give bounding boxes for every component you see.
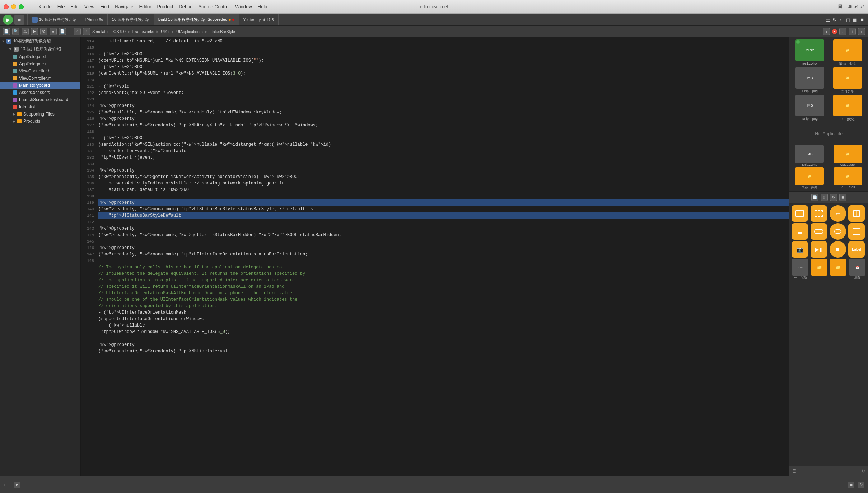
tab-app-icon[interactable]: 10-应用程序对象介绍 [28, 14, 81, 25]
ui-btn-rect[interactable] [792, 205, 808, 222]
ui-brace-icon[interactable]: {} [821, 194, 828, 201]
sidebar-item-assets[interactable]: Assets.xcassets [0, 89, 80, 96]
ui-btn-grid[interactable]: ≣ [792, 223, 808, 240]
menu-find[interactable]: Find [100, 4, 109, 9]
ui-file-ios1[interactable]: iOS ios1...试题 [792, 259, 809, 280]
sidebar-item-main-storyboard[interactable]: Main.storyboard [0, 82, 80, 89]
right-file-item-folder1[interactable]: 📁 第13-...业准 [829, 39, 866, 66]
status-right-icon[interactable]: ◼ [848, 482, 854, 488]
right-panel-grid-view[interactable]: ☰ [792, 469, 796, 474]
split-view-icon[interactable]: ◼ [853, 17, 857, 23]
menu-navigate[interactable]: Navigate [115, 4, 133, 9]
breadcrumb: Simulator - iOS 9.0 ► Frameworks ► UIKit… [92, 29, 821, 34]
tab-build[interactable]: Build 10-应用程序对象介绍: Succeeded ● ● [154, 14, 239, 25]
breadcrumb-part-1[interactable]: Frameworks [132, 29, 154, 34]
code-content[interactable]: idleTimerDisabled; // default is "kw2">N… [97, 37, 789, 476]
menu-xcode[interactable]: Xcode [38, 4, 52, 9]
right-panel-list-view[interactable]: ↻ [862, 469, 865, 474]
right-file-item-folder4[interactable]: 📁 KSI....aster [829, 145, 867, 166]
sidebar-item-appdelegate-h[interactable]: AppDelegate.h [0, 53, 80, 60]
menu-file[interactable]: File [57, 4, 65, 9]
status-add-button[interactable]: + [4, 483, 6, 487]
menu-window[interactable]: Window [235, 4, 252, 9]
ui-btn-camera[interactable]: 📷 [792, 241, 808, 258]
list-view-icon[interactable]: ☰ [826, 17, 830, 23]
ui-btn-play[interactable]: ▶▮ [811, 241, 827, 258]
ui-file-icon[interactable]: 📄 [811, 194, 818, 201]
ui-file-folder8[interactable]: 📁 [830, 259, 847, 280]
right-file-item-folder3[interactable]: 📁 07-...(优化) [829, 95, 866, 122]
menu-source-control[interactable]: Source Control [199, 4, 230, 9]
sidebar-item-launchscreen[interactable]: LaunchScreen.storyboard [0, 96, 80, 103]
editor-area[interactable]: 1141151161171181191201211221231241251261… [81, 37, 789, 476]
ui-btn-dashed[interactable] [811, 205, 827, 222]
tab-yesterday[interactable]: Yesterday at 17:3 [239, 14, 279, 25]
sidebar-item-products[interactable]: ▶ Products [0, 118, 80, 125]
right-file-item-png2[interactable]: IMG Snip....png [792, 95, 829, 122]
maximize-button[interactable] [19, 4, 24, 9]
right-file-item-folder5[interactable]: 📁 未命...件夹 [791, 167, 829, 190]
menu-edit[interactable]: Edit [71, 4, 79, 9]
right-file-item-png1[interactable]: IMG Snip....png [792, 67, 829, 94]
tests-icon[interactable]: ▶ [31, 28, 38, 35]
right-file-item-folder6[interactable]: 📁 ZJL...etail [829, 167, 867, 190]
sidebar-item-viewcontroller-h[interactable]: ViewController.h [0, 67, 80, 75]
breadcrumb-part-0[interactable]: Simulator - iOS 9.0 [92, 29, 126, 34]
report-icon[interactable]: 📄 [59, 28, 66, 35]
ui-btn-capsule[interactable] [811, 223, 827, 240]
collapse-arrow[interactable]: ▼ [1, 39, 5, 43]
sidebar: ▼ P 10-应用程序对象介绍 ▼ F 10-应用程序对象介绍 AppDeleg… [0, 37, 81, 476]
close-button[interactable] [4, 4, 9, 9]
right-file-item-xlsx[interactable]: XLSX ios1....xlsx [792, 39, 829, 66]
search-icon[interactable]: 🔍 [12, 28, 19, 35]
issues-icon[interactable]: ⚠ [22, 28, 29, 35]
panel-icon[interactable]: ◽ [859, 17, 865, 23]
menu-editor[interactable]: Editor [139, 4, 151, 9]
ui-btn-back[interactable]: ← [830, 205, 846, 222]
new-file-icon[interactable]: + [849, 28, 856, 35]
menu-apple[interactable]:  [31, 4, 33, 9]
right-file-item-folder2[interactable]: 📁 车丹分享 [829, 67, 866, 94]
nav-back-arrow[interactable]: ‹ [74, 28, 81, 35]
next-issue-icon[interactable]: › [839, 28, 846, 35]
ui-layout-icon[interactable]: ◼ [839, 194, 846, 201]
menu-view[interactable]: View [84, 4, 94, 9]
menu-product[interactable]: Product [157, 4, 173, 9]
info-icon[interactable]: i [858, 28, 865, 35]
sidebar-item-viewcontroller-m[interactable]: ViewController.m [0, 75, 80, 82]
file-icon[interactable]: 📄 [3, 28, 10, 35]
menu-debug[interactable]: Debug [179, 4, 192, 9]
nav-forward-arrow[interactable]: › [83, 28, 90, 35]
prev-issue-icon[interactable]: ‹ [823, 28, 830, 35]
stop-button[interactable]: ■ [14, 15, 24, 25]
ui-file-folder7[interactable]: 📁 [811, 259, 828, 280]
ui-btn-cube[interactable]: ■ [830, 241, 846, 258]
sidebar-item-label: 10-应用程序对象介绍 [20, 46, 61, 52]
status-loc-icon[interactable]: ▶ [14, 482, 20, 488]
tab-intro[interactable]: 10-应用程序对象介绍 [108, 14, 154, 25]
fullscreen-icon[interactable]: ◻ [846, 17, 850, 23]
refresh-icon[interactable]: ↻ [832, 17, 837, 23]
menu-help[interactable]: Help [258, 4, 267, 9]
sidebar-subgroup[interactable]: ▼ F 10-应用程序对象介绍 [0, 45, 80, 53]
breadcrumb-part-3[interactable]: UIApplication.h [176, 29, 203, 34]
right-file-item-png3[interactable]: IMG Snip....png [791, 145, 829, 166]
tab-device[interactable]: iPhone 6s [81, 14, 108, 25]
sidebar-item-supporting-files[interactable]: ▶ Supporting Files [0, 111, 80, 118]
breadcrumb-part-2[interactable]: UIKit [161, 29, 169, 34]
minimize-button[interactable] [11, 4, 16, 9]
ui-btn-pill[interactable] [830, 223, 846, 240]
sidebar-item-infoplist[interactable]: Info.plist [0, 103, 80, 111]
ui-btn-label[interactable]: Label [848, 241, 865, 258]
ui-btn-split[interactable] [848, 205, 865, 222]
status-scroll-icon[interactable]: ↻ [858, 482, 864, 488]
sidebar-item-appdelegate-m[interactable]: AppDelegate.m [0, 60, 80, 67]
breadcrumb-part-4[interactable]: statusBarStyle [210, 29, 235, 34]
nav-left-icon[interactable]: ← [839, 17, 844, 23]
ui-settings-icon[interactable]: ⚙ [830, 194, 837, 201]
ui-desktop-folder[interactable]: 📅 桌面 [848, 259, 866, 280]
debug-icon[interactable]: ☢ [40, 28, 47, 35]
ui-btn-card[interactable] [848, 223, 865, 240]
breakpoints-icon[interactable]: ● [50, 28, 57, 35]
run-button[interactable]: ▶ [3, 15, 13, 25]
